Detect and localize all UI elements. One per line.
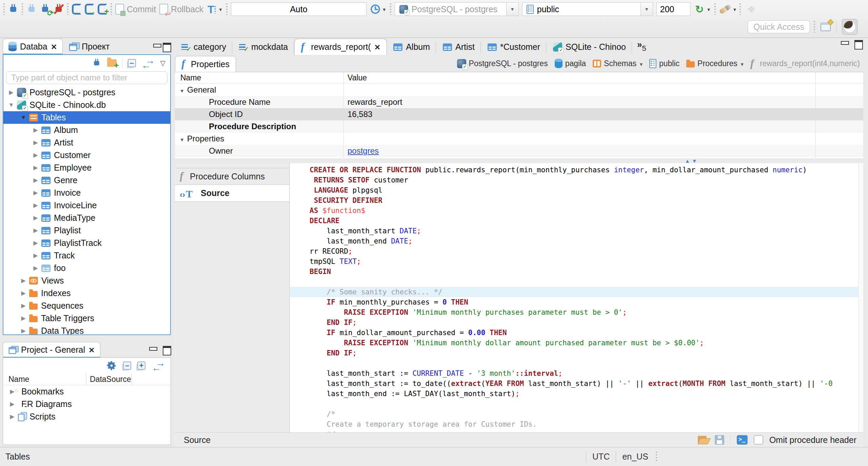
reconnect-icon[interactable]: ⟳ (40, 3, 50, 15)
tree-item-views[interactable]: Views (3, 274, 170, 287)
property-row-procedure-description[interactable]: Procedure Description (175, 120, 863, 133)
more-tabs-indicator[interactable]: 5 (637, 39, 646, 53)
editor-tab-customer[interactable]: *Customer (481, 39, 547, 55)
close-icon[interactable] (374, 42, 380, 52)
breadcrumb-item-rewards-report-int4-numeric[interactable]: rewards_report(int4,numeric) (750, 59, 860, 69)
close-icon[interactable] (51, 42, 57, 52)
minimize-button[interactable] (149, 346, 157, 353)
list-item-er-diagrams[interactable]: ER Diagrams (3, 398, 171, 410)
chevron-down-icon[interactable] (639, 59, 643, 68)
breadcrumb-item-postgresql-postgres[interactable]: PostgreSQL - postgres (457, 59, 548, 68)
tree-item-tables[interactable]: Tables (3, 111, 170, 124)
editor-scrollbar[interactable] (858, 163, 863, 432)
property-row-general[interactable]: General (175, 84, 863, 96)
column-header-datasource[interactable]: DataSource (86, 373, 132, 385)
tree-item-employee[interactable]: Employee (3, 161, 170, 174)
expand-icon[interactable] (18, 315, 29, 322)
locale-indicator[interactable]: en_US (616, 452, 654, 462)
expand-icon[interactable] (30, 164, 41, 171)
expand-icon[interactable] (18, 327, 29, 334)
timezone-indicator[interactable]: UTC (586, 452, 616, 462)
tree-item-playlisttrack[interactable]: PlaylistTrack (3, 237, 170, 249)
expand-icon[interactable] (30, 252, 41, 259)
expand-all-icon[interactable] (137, 362, 145, 370)
tab-project-general[interactable]: Project - General (3, 342, 100, 357)
expand-icon[interactable] (5, 89, 17, 96)
open-perspective-icon[interactable] (821, 22, 831, 31)
expand-icon[interactable] (18, 302, 29, 309)
new-sql-script-icon[interactable]: + (98, 4, 107, 15)
tree-item-indexes[interactable]: Indexes (3, 287, 170, 299)
property-row-procedure-name[interactable]: Procedure Namerewards_report (175, 96, 863, 108)
property-row-owner[interactable]: Ownerpostgres (175, 145, 863, 157)
section-tab-source[interactable]: Source (175, 185, 289, 202)
property-row-properties[interactable]: Properties (175, 133, 863, 145)
maximize-button[interactable] (854, 40, 863, 47)
breadcrumb-item-procedures[interactable]: Procedures (686, 59, 744, 68)
maximize-button[interactable] (162, 346, 171, 353)
tree-item-invoice[interactable]: Invoice (3, 187, 170, 199)
property-value[interactable]: postgres (343, 146, 379, 156)
tree-item-sequences[interactable]: Sequences (3, 299, 170, 312)
tree-item-postgresql-postgres[interactable]: PostgreSQL - postgres (3, 86, 170, 99)
disconnect-icon[interactable] (54, 3, 64, 15)
collapse-all-icon[interactable] (128, 59, 136, 67)
schema-dropdown-arrow[interactable] (641, 2, 653, 16)
property-row-object-id[interactable]: Object ID16,583 (175, 108, 863, 120)
load-from-file-icon[interactable] (698, 436, 709, 444)
expand-icon[interactable] (30, 189, 41, 196)
transaction-log-button[interactable] (370, 4, 387, 15)
close-icon[interactable] (88, 345, 95, 355)
expand-icon[interactable] (6, 401, 18, 408)
new-connection-icon[interactable] (92, 58, 101, 68)
schema-selector[interactable]: public (522, 2, 653, 16)
editor-tab-mockdata[interactable]: mockdata (233, 39, 294, 55)
tree-item-foo[interactable]: foo (3, 262, 170, 274)
quick-access-input[interactable] (748, 20, 810, 33)
open-in-sql-console-icon[interactable] (737, 435, 748, 445)
source-code-editor[interactable]: CREATE OR REPLACE FUNCTION public.reward… (290, 163, 863, 432)
column-header-value[interactable]: Value (343, 73, 367, 82)
expand-icon[interactable] (6, 413, 18, 420)
tree-item-album[interactable]: Album (3, 124, 170, 136)
connection-selector[interactable]: PostgreSQL - postgres (395, 2, 519, 16)
breadcrumb-item-schemas[interactable]: Schemas (593, 59, 643, 68)
tab-databa[interactable]: Databa (3, 39, 63, 54)
tab-проект[interactable]: Проект (63, 39, 115, 54)
maximize-button[interactable] (162, 43, 171, 50)
transaction-mode-button[interactable] (207, 3, 223, 15)
tree-item-playlist[interactable]: Playlist (3, 224, 170, 237)
chevron-down-icon[interactable] (740, 59, 744, 68)
gear-icon[interactable] (106, 360, 117, 371)
breadcrumb-item-pagila[interactable]: pagila (555, 59, 586, 68)
object-filter-input[interactable] (6, 71, 167, 84)
editor-tab-album[interactable]: Album (387, 39, 436, 55)
expand-icon[interactable] (30, 239, 41, 247)
save-to-file-icon[interactable] (715, 435, 724, 445)
expand-icon[interactable] (30, 127, 41, 134)
sql-editor-icon[interactable] (72, 4, 81, 15)
list-item-scripts[interactable]: Scripts (3, 410, 171, 423)
editor-tab-category[interactable]: category (175, 39, 233, 55)
tab-properties[interactable]: Properties (175, 56, 236, 72)
expand-icon[interactable] (18, 290, 29, 297)
back-navigation-icon[interactable] (744, 5, 756, 14)
new-folder-icon[interactable] (107, 59, 117, 67)
tree-item-genre[interactable]: Genre (3, 174, 170, 187)
compare-button[interactable] (719, 6, 736, 12)
column-header-name[interactable]: Name (3, 375, 86, 384)
tree-item-sqlite-chinook-db[interactable]: SQLite - Chinook.db (3, 99, 170, 111)
fetch-size-input[interactable] (656, 2, 690, 16)
expand-icon[interactable] (18, 277, 29, 284)
tree-item-invoiceline[interactable]: InvoiceLine (3, 199, 170, 212)
link-with-editor-icon[interactable] (152, 361, 165, 371)
tree-item-data-types[interactable]: Data Types (3, 325, 170, 335)
breadcrumb-item-public[interactable]: public (649, 59, 679, 68)
collapse-icon[interactable] (18, 114, 29, 121)
link-with-editor-icon[interactable] (141, 58, 155, 68)
connection-dropdown-arrow[interactable] (507, 2, 519, 16)
view-menu-icon[interactable] (160, 59, 165, 67)
editor-tab-sqlite-chinoo[interactable]: SQLite - Chinoo (547, 39, 632, 55)
column-header-name[interactable]: Name (175, 73, 343, 82)
minimize-button[interactable] (153, 43, 161, 50)
